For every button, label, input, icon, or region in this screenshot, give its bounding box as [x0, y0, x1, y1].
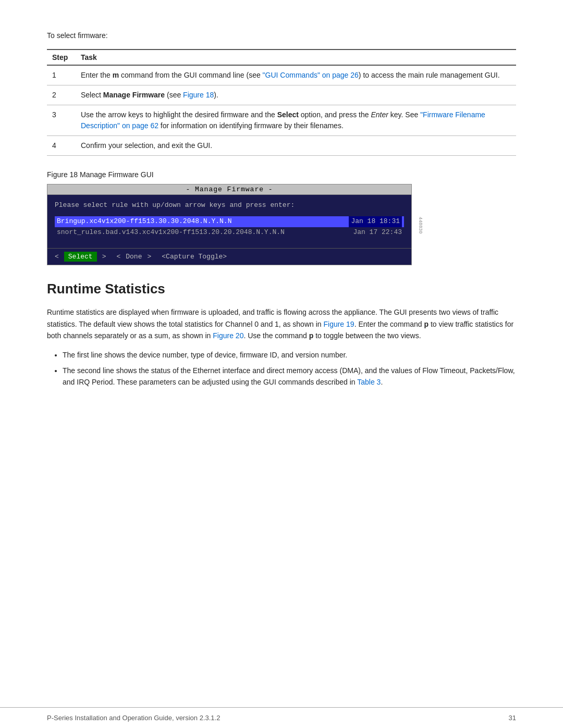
link-figure19[interactable]: Figure 19 [323, 320, 354, 328]
terminal-body: Please select rule with up/down arrow ke… [47, 195, 411, 248]
link-figure18[interactable]: Figure 18 [183, 91, 214, 99]
terminal-file-row-1: Bringup.xc4v1x200-ff1513.30.30.2048.N.Y.… [55, 216, 404, 227]
figure-label: Figure 18 Manage Firmware GUI [47, 170, 516, 179]
footer-right: 31 [509, 714, 516, 722]
terminal-titlebar: - Manage Firmware - [47, 184, 411, 195]
link-table3[interactable]: Table 3 [357, 378, 381, 386]
table-row: 1 Enter the m command from the GUI comma… [47, 65, 516, 85]
capture-toggle: <Capture Toggle> [162, 253, 227, 261]
file1-date: Jan 18 18:31 [349, 216, 402, 227]
table-row: 4 Confirm your selection, and exit the G… [47, 136, 516, 156]
done-label: Done [126, 253, 142, 261]
figure-callout: 448830 [418, 217, 423, 233]
terminal-prompt: Please select rule with up/down arrow ke… [55, 200, 404, 211]
step-number: 4 [47, 136, 76, 156]
footer-left: P-Series Installation and Operation Guid… [47, 714, 220, 722]
figure-number: Figure 18 [47, 170, 78, 179]
section-title: Runtime Statistics [47, 281, 516, 297]
file2-date: Jan 17 22:43 [353, 227, 402, 238]
steps-table: Step Task 1 Enter the m command from the… [47, 49, 516, 156]
step-number: 2 [47, 85, 76, 105]
list-item: The second line shows the status of the … [63, 365, 516, 388]
page-footer: P-Series Installation and Operation Guid… [0, 707, 563, 728]
step-task: Use the arrow keys to highlight the desi… [76, 105, 516, 136]
section-para1: Runtime statistics are displayed when fi… [47, 306, 516, 341]
step-number: 3 [47, 105, 76, 136]
col-header-task: Task [76, 50, 516, 65]
list-item: The first line shows the device number, … [63, 349, 516, 361]
terminal-file-row-2: snort_rules.bad.v143.xc4v1x200-ff1513.20… [55, 227, 404, 238]
file1-name: Bringup.xc4v1x200-ff1513.30.30.2048.N.Y.… [57, 216, 231, 227]
step-number: 1 [47, 65, 76, 85]
bullet-list: The first line shows the device number, … [63, 349, 516, 388]
intro-text: To select firmware: [47, 31, 516, 40]
col-header-step: Step [47, 50, 76, 65]
gui-terminal: - Manage Firmware - Please select rule w… [47, 184, 412, 265]
step-task: Confirm your selection, and exit the GUI… [76, 136, 516, 156]
link-figure20[interactable]: Figure 20 [213, 331, 243, 340]
nav-right-1: > [102, 253, 106, 261]
select-button[interactable]: Select [64, 252, 97, 262]
step-task: Select Manage Firmware (see Figure 18). [76, 85, 516, 105]
file2-name: snort_rules.bad.v143.xc4v1x200-ff1513.20… [57, 227, 285, 238]
terminal-bottom-bar: < Select > < Done > <Capture Toggle> [47, 248, 411, 265]
table-row: 2 Select Manage Firmware (see Figure 18)… [47, 85, 516, 105]
step-task: Enter the m command from the GUI command… [76, 65, 516, 85]
figure-caption: Manage Firmware GUI [80, 170, 154, 179]
link-gui-commands[interactable]: "GUI Commands" on page 26 [263, 71, 359, 79]
table-row: 3 Use the arrow keys to highlight the de… [47, 105, 516, 136]
nav-left-1: < [55, 253, 59, 261]
